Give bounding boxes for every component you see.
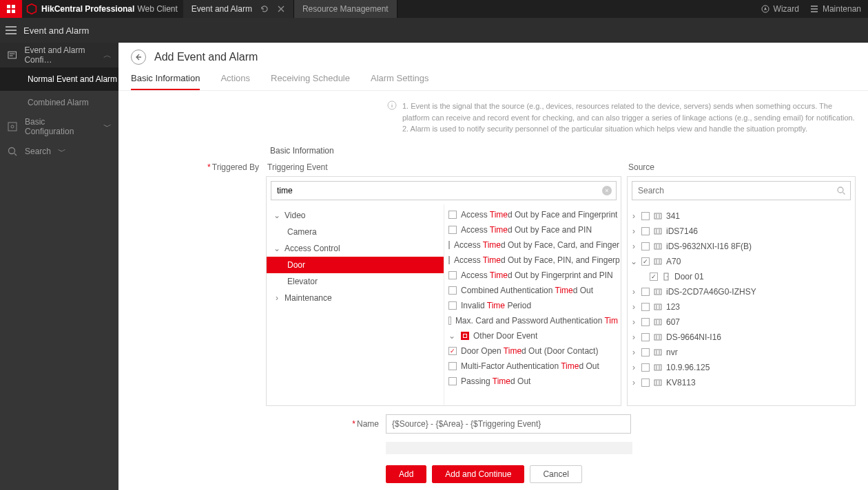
tree-node[interactable]: ›DS-9664NI-I16	[630, 330, 852, 345]
checkbox-checked-icon[interactable]	[650, 273, 658, 281]
menu-icon	[810, 5, 818, 13]
tab-actions[interactable]: Actions	[220, 73, 250, 90]
event-item[interactable]: Multi-Factor Authentication Timed Out	[448, 359, 618, 374]
device-icon	[654, 333, 662, 341]
event-search-box[interactable]: ×	[271, 181, 617, 200]
event-item[interactable]: Access Timed Out by Face and PIN	[448, 222, 618, 237]
brand-name: HikCentral Professional	[41, 4, 134, 14]
maintenance-label: Maintenan	[823, 4, 861, 14]
source-search-box[interactable]	[632, 181, 851, 200]
search-icon[interactable]	[836, 186, 846, 195]
page-title: Add Event and Alarm	[154, 51, 258, 63]
event-item[interactable]: Combined Authentication Timed Out	[448, 283, 618, 298]
svg-rect-12	[654, 213, 661, 219]
event-search-input[interactable]	[276, 185, 602, 196]
checkbox-indeterminate-icon[interactable]	[461, 332, 469, 340]
source-tree[interactable]: ›341 ›iDS7146 ›iDS-9632NXI-I16 8F(B) ⌄A7…	[628, 204, 855, 405]
checkbox-checked-icon[interactable]	[448, 347, 457, 355]
tree-node-expanded[interactable]: ⌄A70	[630, 254, 852, 269]
refresh-icon[interactable]	[260, 5, 269, 13]
tree-node-label: 607	[666, 317, 680, 327]
top-tab-active[interactable]: Event and Alarm	[183, 0, 294, 18]
chevron-up-icon: ︿	[103, 50, 112, 61]
category-video[interactable]: ⌄Video	[267, 207, 444, 224]
top-tab-active-label: Event and Alarm	[192, 4, 252, 14]
name-input[interactable]	[386, 414, 631, 434]
sidebar-item-config[interactable]: Event and Alarm Confi… ︿	[0, 43, 118, 67]
event-item[interactable]: Access Timed Out by Face and Fingerprint	[448, 207, 618, 222]
event-section[interactable]: ⌄Other Door Event	[448, 328, 618, 343]
event-list[interactable]: Access Timed Out by Face and Fingerprint…	[444, 204, 621, 405]
event-item[interactable]: Access Timed Out by Fingerprint and PIN	[448, 268, 618, 283]
tree-node[interactable]: ›607	[630, 315, 852, 330]
top-tab-inactive[interactable]: Resource Management	[294, 0, 397, 18]
event-item[interactable]: Max. Card and Password Authentication Ti…	[448, 313, 618, 328]
category-label: Video	[285, 211, 305, 220]
top-bar: HikCentral ProfessionalWeb Client Event …	[0, 0, 868, 18]
sidebar-item-label: Normal Event and Alarm	[28, 74, 117, 84]
tree-node[interactable]: ›123	[630, 299, 852, 315]
chevron-right-icon: ›	[630, 211, 637, 221]
category-door[interactable]: Door	[267, 257, 444, 273]
checkbox-icon[interactable]	[641, 212, 650, 220]
tree-node[interactable]: ›10.9.96.125	[630, 360, 852, 375]
tree-node[interactable]: ›iDS-2CD7A46G0-IZHSY	[630, 284, 852, 299]
back-button[interactable]	[131, 50, 146, 65]
tab-basic[interactable]: Basic Information	[131, 73, 200, 90]
tab-schedule[interactable]: Receiving Schedule	[271, 73, 350, 90]
event-item[interactable]: Passing Timed Out	[448, 374, 618, 389]
tree-node-child[interactable]: Door 01	[630, 269, 852, 284]
category-elevator[interactable]: Elevator	[267, 273, 444, 290]
info-text: 1. Event is the signal that the source (…	[118, 91, 868, 142]
svg-rect-13	[654, 228, 661, 234]
category-access[interactable]: ⌄Access Control	[267, 240, 444, 257]
tree-node-label: KV8113	[666, 378, 696, 387]
search-icon	[7, 146, 18, 157]
source-search-input[interactable]	[637, 185, 836, 196]
svg-marker-4	[28, 4, 37, 14]
maintenance-link[interactable]: Maintenan	[810, 4, 861, 14]
tree-node[interactable]: ›KV8113	[630, 375, 852, 390]
main-content: Add Event and Alarm Basic Information Ac…	[118, 43, 868, 490]
device-icon	[654, 288, 662, 296]
event-item[interactable]: Invalid Time Period	[448, 298, 618, 313]
tree-node-label: Door 01	[674, 272, 704, 281]
sidebar-item-label: Combined Alarm	[28, 98, 89, 107]
label-source: Source	[628, 162, 856, 172]
arrow-left-icon	[134, 53, 143, 61]
add-continue-button[interactable]: Add and Continue	[432, 465, 524, 483]
clear-search-icon[interactable]: ×	[602, 186, 612, 195]
chevron-down-icon: ⌄	[448, 331, 457, 341]
tree-node[interactable]: ›iDS-9632NXI-I16 8F(B)	[630, 239, 852, 254]
category-camera[interactable]: Camera	[267, 224, 444, 240]
sidebar-item-basic[interactable]: Basic Configuration ﹀	[0, 114, 118, 139]
apps-icon[interactable]	[0, 0, 22, 18]
event-item[interactable]: Door Open Timed Out (Door Contact)	[448, 343, 618, 359]
checkbox-checked-icon[interactable]	[641, 257, 650, 266]
tree-node[interactable]: ›341	[630, 209, 852, 224]
tab-alarm[interactable]: Alarm Settings	[371, 73, 429, 90]
category-maintenance[interactable]: ›Maintenance	[267, 290, 444, 306]
svg-point-17	[667, 276, 668, 277]
tree-node[interactable]: ›iDS7146	[630, 224, 852, 239]
wizard-link[interactable]: Wizard	[761, 4, 799, 14]
close-tab-icon[interactable]	[277, 5, 285, 13]
menu-toggle-icon[interactable]	[6, 26, 17, 34]
sidebar-item-normal[interactable]: Normal Event and Alarm	[0, 67, 118, 91]
info-line-1: 1. Event is the signal that the source (…	[402, 100, 856, 123]
sidebar-item-combined[interactable]: Combined Alarm	[0, 91, 118, 114]
section-title: Basic Information	[118, 142, 868, 162]
cancel-button[interactable]: Cancel	[530, 465, 581, 483]
top-tab-inactive-label: Resource Management	[302, 4, 389, 14]
event-item[interactable]: Access Timed Out by Face, PIN, and Finge…	[448, 253, 618, 268]
tree-node[interactable]: ›nvr	[630, 345, 852, 360]
label-name: Name	[118, 419, 386, 429]
compass-icon	[761, 5, 769, 13]
svg-rect-22	[654, 350, 661, 355]
add-button[interactable]: Add	[386, 465, 426, 483]
info-icon	[387, 100, 397, 110]
event-item[interactable]: Access Timed Out by Face, Card, and Fing…	[448, 237, 618, 253]
info-line-2: 2. Alarm is used to notify security pers…	[402, 123, 856, 135]
sidebar-item-search[interactable]: Search ﹀	[0, 139, 118, 164]
chevron-right-icon: ›	[273, 293, 280, 303]
